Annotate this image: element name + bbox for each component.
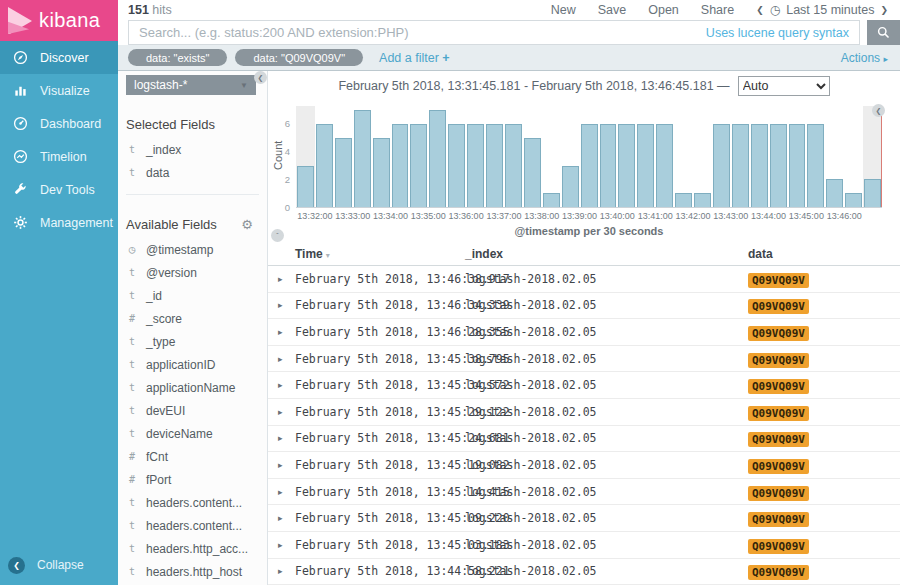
histogram-bar[interactable] [486, 124, 503, 207]
available-field-item[interactable]: t devEUI [126, 399, 267, 422]
histogram-bar[interactable] [713, 124, 730, 207]
x-tick-label: 13:35:00 [411, 211, 446, 221]
available-field-item[interactable]: # fCnt [126, 445, 267, 468]
histogram-bar[interactable] [524, 138, 541, 207]
topmenu-button[interactable]: Open [648, 3, 679, 17]
lucene-syntax-link[interactable]: Uses lucene query syntax [706, 26, 849, 40]
available-field-item[interactable]: # _score [126, 307, 267, 330]
sidebar-nav-item[interactable]: Management [0, 206, 118, 239]
available-field-item[interactable]: t _type [126, 330, 267, 353]
histogram-bar[interactable] [505, 124, 522, 207]
expand-row-icon[interactable]: ▸ [278, 487, 295, 497]
histogram-bar[interactable] [826, 179, 843, 207]
histogram-bar[interactable] [675, 193, 692, 207]
topmenu-button[interactable]: New [551, 3, 576, 17]
now-time-marker [881, 106, 882, 207]
field-name: _score [146, 312, 182, 326]
available-field-item[interactable]: t _id [126, 284, 267, 307]
sidebar-collapse-button[interactable]: ❮ Collapse [0, 551, 118, 579]
histogram-bar[interactable] [807, 124, 824, 207]
expand-row-icon[interactable]: ▸ [278, 433, 295, 443]
available-field-item[interactable]: t headers.http_acc... [126, 537, 267, 560]
actions-button[interactable]: Actions ▸ [841, 51, 888, 65]
sidebar-nav-item[interactable]: Timelion [0, 140, 118, 173]
interval-select[interactable]: Auto [738, 76, 830, 96]
histogram-bar[interactable] [410, 124, 427, 207]
histogram-bar[interactable] [448, 124, 465, 207]
histogram-bar[interactable] [429, 110, 446, 207]
search-input[interactable] [129, 25, 706, 40]
selected-field-item[interactable]: t data [126, 161, 267, 184]
histogram-bar[interactable] [600, 124, 617, 207]
column-header-data[interactable]: data [748, 247, 900, 261]
available-field-item[interactable]: t headers.content... [126, 491, 267, 514]
available-field-item[interactable]: ◷ @timestamp [126, 238, 267, 261]
add-filter-button[interactable]: Add a filter + [379, 51, 450, 65]
expand-row-icon[interactable]: ▸ [278, 566, 295, 576]
histogram-bar[interactable] [373, 138, 390, 207]
field-name: applicationID [146, 358, 215, 372]
expand-row-icon[interactable]: ▸ [278, 407, 295, 417]
collapse-sidebar-icon[interactable]: ❮ [254, 71, 267, 84]
histogram-bar[interactable] [335, 138, 352, 207]
histogram-bar[interactable] [543, 193, 560, 207]
histogram-bar[interactable] [656, 124, 673, 207]
expand-row-icon[interactable]: ▸ [278, 460, 295, 470]
field-settings-gear-icon[interactable]: ⚙ [241, 217, 253, 232]
histogram-bar[interactable] [392, 124, 409, 207]
histogram-bar[interactable] [354, 110, 371, 207]
histogram-bar[interactable] [297, 166, 314, 208]
histogram-bar[interactable] [845, 193, 862, 207]
text-field-icon: t [126, 290, 138, 301]
collapse-chart-icon[interactable]: ˆ [271, 229, 284, 242]
histogram-bar[interactable] [316, 124, 333, 207]
expand-row-icon[interactable]: ▸ [278, 327, 295, 337]
available-field-item[interactable]: t deviceName [126, 422, 267, 445]
field-name: data [146, 166, 169, 180]
histogram-bar[interactable] [562, 166, 579, 208]
top-bar: 151 hits NewSaveOpenShare ❮ ◷ Last 15 mi… [118, 0, 900, 20]
available-field-item[interactable]: t headers.content... [126, 514, 267, 537]
expand-row-icon[interactable]: ▸ [278, 380, 295, 390]
topmenu-button[interactable]: Share [701, 3, 734, 17]
histogram-bar[interactable] [770, 124, 787, 207]
expand-row-icon[interactable]: ▸ [278, 513, 295, 523]
timepicker-button[interactable]: Last 15 minutes [786, 3, 874, 17]
search-icon [877, 26, 890, 39]
filter-pill[interactable]: data: "Q09VQ09V" [235, 49, 363, 66]
available-field-item[interactable]: t applicationID [126, 353, 267, 376]
histogram-bar[interactable] [467, 124, 484, 207]
available-field-item[interactable]: t @version [126, 261, 267, 284]
index-pattern-select[interactable]: logstash-* ▼ [126, 75, 256, 95]
search-button[interactable] [867, 20, 900, 45]
histogram-bar[interactable] [732, 124, 749, 207]
filter-pill[interactable]: data: "exists" [128, 49, 227, 66]
histogram-bar[interactable] [618, 124, 635, 207]
expand-row-icon[interactable]: ▸ [278, 354, 295, 364]
histogram-bar[interactable] [789, 124, 806, 207]
available-field-item[interactable]: t applicationName [126, 376, 267, 399]
collapse-right-icon[interactable]: ❮ [872, 104, 885, 117]
histogram-bar[interactable] [637, 124, 654, 207]
expand-row-icon[interactable]: ▸ [278, 540, 295, 550]
histogram-bar[interactable] [694, 193, 711, 207]
column-header-index[interactable]: _index [465, 247, 748, 261]
available-field-item[interactable]: t headers.http_host [126, 560, 267, 583]
time-back-icon[interactable]: ❮ [756, 5, 764, 15]
sidebar-nav-item[interactable]: Discover [0, 41, 118, 74]
sidebar-nav-item[interactable]: Visualize [0, 74, 118, 107]
expand-row-icon[interactable]: ▸ [278, 300, 295, 310]
column-header-time[interactable]: Time▾ [295, 247, 465, 261]
time-forward-icon[interactable]: ❯ [880, 5, 888, 15]
histogram-bar[interactable] [581, 124, 598, 207]
sidebar-nav-item[interactable]: Dashboard [0, 107, 118, 140]
cell-index: logstash-2018.02.05 [465, 298, 748, 312]
available-field-item[interactable]: # fPort [126, 468, 267, 491]
kibana-logo[interactable]: kibana [0, 0, 118, 41]
histogram-bar[interactable] [751, 124, 768, 207]
histogram-bar[interactable] [864, 179, 881, 207]
expand-row-icon[interactable]: ▸ [278, 274, 295, 284]
selected-field-item[interactable]: t _index [126, 138, 267, 161]
topmenu-button[interactable]: Save [598, 3, 627, 17]
sidebar-nav-item[interactable]: Dev Tools [0, 173, 118, 206]
